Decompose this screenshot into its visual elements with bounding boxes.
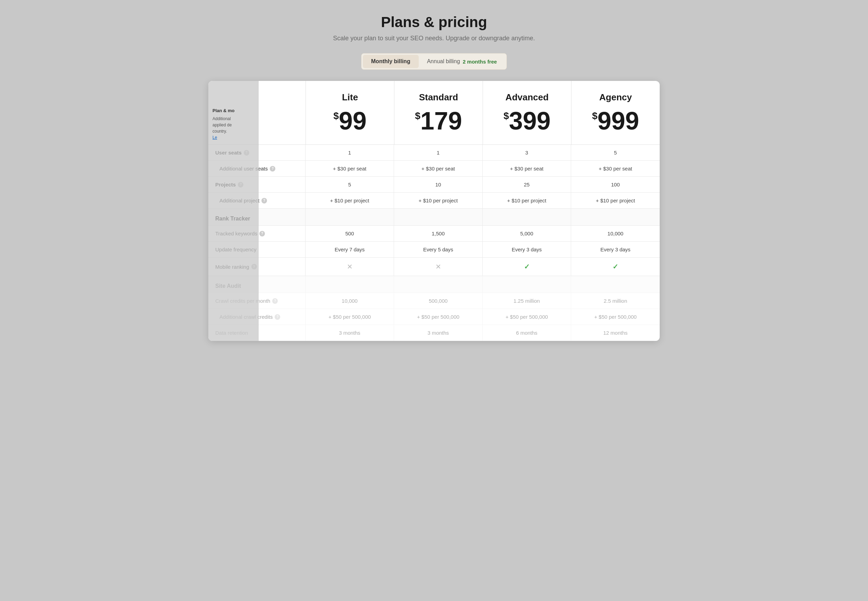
feature-row-user-seats: User seats ? 1 1 3 5: [208, 145, 660, 161]
site-audit-section-label: Site Audit: [208, 276, 305, 293]
feature-row-site-audit-section: Site Audit: [208, 276, 660, 293]
plans-header: Lite $ 99 Standard $ 179 Advanced $ 399: [208, 81, 660, 145]
plan-lite-header: Lite $ 99: [305, 81, 394, 145]
plan-lite-price: $ 99: [314, 108, 386, 133]
additional-crawl-credits-help-icon[interactable]: ?: [275, 314, 280, 320]
site-audit-lite-empty: [305, 276, 394, 293]
plan-agency-price: $ 999: [580, 108, 651, 133]
crawl-credits-label: Crawl credits per month ?: [208, 293, 305, 309]
additional-crawl-credits-agency: + $50 per 500,000: [571, 309, 660, 325]
crawl-credits-advanced: 1.25 million: [483, 293, 571, 309]
tracked-keywords-advanced: 5,000: [483, 226, 571, 241]
standard-currency: $: [415, 111, 421, 121]
projects-standard: 10: [394, 177, 483, 192]
billing-toggle[interactable]: Monthly billing Annual billing 2 months …: [361, 53, 507, 70]
additional-project-help-icon[interactable]: ?: [261, 198, 267, 203]
advanced-amount: 399: [509, 108, 551, 133]
projects-lite: 5: [305, 177, 394, 192]
plan-standard-header: Standard $ 179: [394, 81, 483, 145]
tracked-keywords-standard: 1,500: [394, 226, 483, 241]
rank-tracker-standard-empty: [394, 209, 483, 225]
additional-project-agency: + $10 per project: [571, 193, 660, 208]
additional-user-seats-agency: + $30 per seat: [571, 161, 660, 176]
projects-label: Projects ?: [208, 177, 305, 192]
additional-crawl-credits-lite: + $50 per 500,000: [305, 309, 394, 325]
user-seats-help-icon[interactable]: ?: [244, 150, 249, 156]
additional-crawl-credits-standard: + $50 per 500,000: [394, 309, 483, 325]
data-retention-standard: 3 months: [394, 325, 483, 340]
annual-billing-option[interactable]: Annual billing 2 months free: [419, 55, 505, 68]
additional-user-seats-lite: + $30 per seat: [305, 161, 394, 176]
empty-header-cell: [208, 81, 305, 145]
projects-help-icon[interactable]: ?: [238, 182, 243, 188]
data-retention-lite: 3 months: [305, 325, 394, 340]
update-frequency-advanced: Every 3 days: [483, 242, 571, 257]
agency-amount: 999: [598, 108, 639, 133]
user-seats-advanced: 3: [483, 145, 571, 160]
agency-currency: $: [592, 111, 598, 121]
update-frequency-label: Update frequency: [208, 242, 305, 257]
crawl-credits-help-icon[interactable]: ?: [272, 298, 278, 304]
feature-row-rank-tracker-section: Rank Tracker: [208, 209, 660, 226]
data-retention-agency: 12 months: [571, 325, 660, 340]
mobile-ranking-standard-cross: ✕: [435, 262, 441, 271]
feature-row-crawl-credits: Crawl credits per month ? 10,000 500,000…: [208, 293, 660, 309]
additional-project-advanced: + $10 per project: [483, 193, 571, 208]
pricing-wrapper: Plan & mo Additional applied de country.…: [208, 81, 660, 341]
site-audit-standard-empty: [394, 276, 483, 293]
update-frequency-agency: Every 3 days: [571, 242, 660, 257]
mobile-ranking-agency: ✓: [571, 258, 660, 276]
plan-standard-price: $ 179: [403, 108, 474, 133]
plan-standard-name: Standard: [403, 92, 474, 103]
plan-lite-name: Lite: [314, 92, 386, 103]
crawl-credits-standard: 500,000: [394, 293, 483, 309]
additional-crawl-credits-label: Additional crawl credits ?: [208, 309, 305, 325]
additional-project-label: Additional project ?: [208, 193, 305, 208]
free-badge: 2 months free: [463, 59, 497, 64]
mobile-ranking-label: Mobile ranking ?: [208, 258, 305, 276]
monthly-billing-option[interactable]: Monthly billing: [363, 55, 419, 68]
advanced-currency: $: [503, 111, 509, 121]
mobile-ranking-standard: ✕: [394, 258, 483, 276]
user-seats-label: User seats ?: [208, 145, 305, 160]
tracked-keywords-help-icon[interactable]: ?: [259, 231, 265, 236]
rank-tracker-advanced-empty: [483, 209, 571, 225]
update-frequency-lite: Every 7 days: [305, 242, 394, 257]
feature-row-update-frequency: Update frequency Every 7 days Every 5 da…: [208, 242, 660, 258]
user-seats-standard: 1: [394, 145, 483, 160]
plan-advanced-name: Advanced: [491, 92, 563, 103]
additional-project-lite: + $10 per project: [305, 193, 394, 208]
projects-advanced: 25: [483, 177, 571, 192]
tracked-keywords-lite: 500: [305, 226, 394, 241]
site-audit-advanced-empty: [483, 276, 571, 293]
update-frequency-standard: Every 5 days: [394, 242, 483, 257]
page-subtitle: Scale your plan to suit your SEO needs. …: [333, 35, 535, 42]
feature-row-tracked-keywords: Tracked keywords ? 500 1,500 5,000 10,00…: [208, 226, 660, 242]
additional-crawl-credits-advanced: + $50 per 500,000: [483, 309, 571, 325]
feature-row-additional-project: Additional project ? + $10 per project +…: [208, 193, 660, 209]
feature-row-additional-crawl-credits: Additional crawl credits ? + $50 per 500…: [208, 309, 660, 325]
mobile-ranking-agency-check: ✓: [612, 262, 618, 271]
tracked-keywords-label: Tracked keywords ?: [208, 226, 305, 241]
mobile-ranking-lite-cross: ✕: [347, 262, 353, 271]
data-retention-advanced: 6 months: [483, 325, 571, 340]
mobile-ranking-advanced-check: ✓: [524, 262, 530, 271]
additional-user-seats-advanced: + $30 per seat: [483, 161, 571, 176]
additional-user-seats-help-icon[interactable]: ?: [270, 166, 275, 171]
crawl-credits-lite: 10,000: [305, 293, 394, 309]
additional-user-seats-label: Additional user seats ?: [208, 161, 305, 176]
rank-tracker-section-label: Rank Tracker: [208, 209, 305, 225]
annual-billing-label: Annual billing: [427, 58, 460, 64]
pricing-table: Lite $ 99 Standard $ 179 Advanced $ 399: [208, 81, 660, 341]
feature-row-additional-user-seats: Additional user seats ? + $30 per seat +…: [208, 161, 660, 177]
feature-row-projects: Projects ? 5 10 25 100: [208, 177, 660, 193]
additional-user-seats-standard: + $30 per seat: [394, 161, 483, 176]
feature-row-mobile-ranking: Mobile ranking ? ✕ ✕ ✓ ✓: [208, 258, 660, 276]
mobile-ranking-help-icon[interactable]: ?: [252, 264, 257, 269]
projects-agency: 100: [571, 177, 660, 192]
plan-advanced-header: Advanced $ 399: [483, 81, 571, 145]
plan-agency-name: Agency: [580, 92, 651, 103]
plan-agency-header: Agency $ 999: [571, 81, 660, 145]
mobile-ranking-lite: ✕: [305, 258, 394, 276]
page-title: Plans & pricing: [333, 14, 535, 31]
